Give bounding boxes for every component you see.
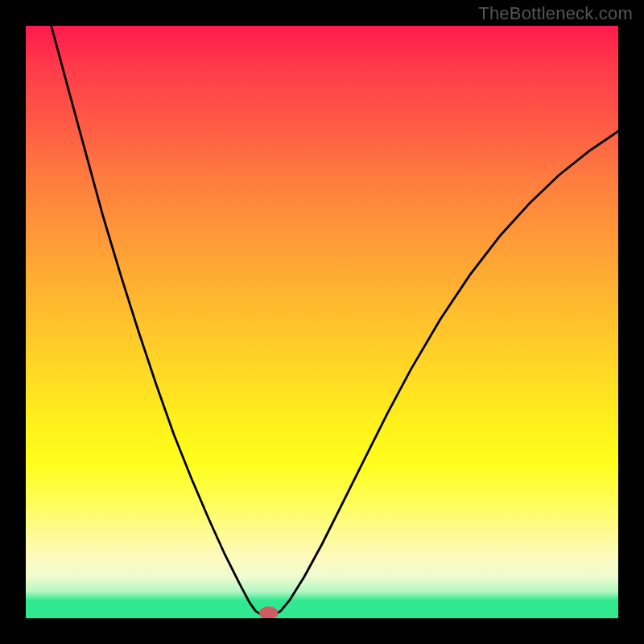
bottleneck-curve [52,26,618,615]
chart-frame: TheBottleneck.com [0,0,644,644]
watermark-text: TheBottleneck.com [478,3,633,24]
plot-area [26,26,618,618]
chart-svg [26,26,618,618]
optimal-point-marker [259,606,279,618]
